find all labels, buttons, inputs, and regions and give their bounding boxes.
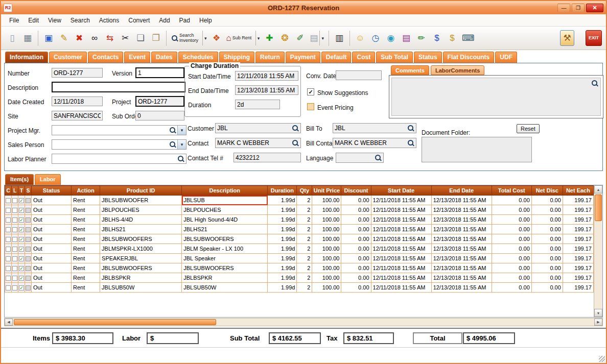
cell-total-cost[interactable]: 0.00 (492, 244, 531, 254)
table-row[interactable]: ✓OutRentJBLBSPKRJBLBSPKR1.99d2100.000.00… (5, 273, 594, 283)
cell-c[interactable] (5, 244, 12, 254)
cell-c[interactable] (5, 254, 12, 263)
search-icon[interactable] (407, 139, 414, 147)
cell-qty[interactable]: 2 (297, 205, 312, 215)
cell-unit-price[interactable]: 100.00 (312, 234, 341, 244)
column-header-status[interactable]: Status (32, 186, 72, 196)
checkbox[interactable] (12, 227, 17, 232)
checkbox[interactable] (26, 247, 31, 252)
table-row[interactable]: ✓OutRentJBLPOUCHESJBLPOUCHES1.99d2100.00… (5, 205, 594, 215)
column-header-c[interactable]: C (5, 186, 12, 196)
comments-box[interactable] (389, 75, 603, 118)
cell-unit-price[interactable]: 100.00 (312, 254, 341, 263)
paste-button[interactable]: ❐ (149, 30, 163, 46)
tab-labor[interactable]: Labor (35, 174, 61, 185)
edit-button[interactable]: ✎ (57, 30, 71, 46)
cell-net-disc[interactable]: 0.00 (531, 234, 563, 244)
bill-to-field[interactable]: JBL (333, 123, 416, 133)
cell-t[interactable]: ✓ (18, 234, 25, 244)
labor-planner-field[interactable] (52, 154, 186, 164)
document-folder-box[interactable] (422, 137, 532, 162)
search-inventory-button[interactable]: Search Inventory▾ (170, 30, 208, 46)
cell-net-disc[interactable]: 0.00 (531, 273, 563, 283)
tab-item-s-[interactable]: Item(s) (5, 174, 34, 185)
cardfile-button[interactable]: ▤▾ (308, 30, 325, 46)
search-icon[interactable] (292, 125, 299, 132)
checkbox[interactable] (6, 266, 11, 271)
cell-unit-price[interactable]: 100.00 (312, 205, 341, 215)
cell-action[interactable]: Rent (72, 244, 100, 254)
checked-checkbox[interactable]: ✓ (19, 227, 24, 232)
cell-l[interactable] (12, 263, 18, 273)
checked-checkbox[interactable]: ✓ (19, 217, 24, 223)
search-icon[interactable] (169, 141, 176, 148)
column-header-net-disc[interactable]: Net Disc (531, 186, 563, 196)
menu-edit[interactable]: Edit (24, 15, 43, 26)
cell-c[interactable] (5, 225, 12, 234)
checkbox[interactable] (26, 266, 31, 271)
tab-return[interactable]: Return (255, 52, 285, 63)
cell-net-each[interactable]: 199.17 (563, 244, 593, 254)
cell-net-disc[interactable]: 0.00 (531, 225, 563, 234)
checked-checkbox[interactable]: ✓ (19, 208, 24, 213)
checkbox[interactable] (12, 237, 17, 242)
tab-shipping[interactable]: Shipping (219, 52, 254, 63)
transfer-button[interactable]: ⇆ (103, 30, 117, 46)
tab-dates[interactable]: Dates (151, 52, 177, 63)
tab-schedules[interactable]: Schedules (178, 52, 218, 63)
cell-discount[interactable]: 0.00 (341, 205, 371, 215)
search-icon[interactable] (169, 127, 176, 134)
edit-note-button[interactable]: ✐ (293, 30, 307, 46)
cell-net-each[interactable]: 199.17 (563, 263, 593, 273)
cell-description[interactable]: JBLSUBWOOFERS (182, 234, 268, 244)
menu-search[interactable]: Search (66, 15, 94, 26)
cell-t[interactable]: ✓ (18, 215, 25, 225)
cell-description[interactable]: JBL Speaker (182, 254, 268, 263)
cell-description[interactable]: JBLSUBWOOFERS (182, 263, 268, 273)
smiley-button[interactable]: ☺ (353, 30, 367, 46)
cell-status[interactable]: Out (32, 205, 72, 215)
cell-qty[interactable]: 2 (297, 196, 312, 205)
checkbox[interactable] (6, 237, 11, 242)
cell-status[interactable]: Out (32, 234, 72, 244)
cell-product-id[interactable]: JBLHS-4/4D (100, 215, 182, 225)
cell-status[interactable]: Out (32, 244, 72, 254)
scrollbar-thumb[interactable] (595, 195, 602, 221)
cell-end-date[interactable]: 12/13/2018 11:55 AM (431, 225, 492, 234)
title-bar[interactable]: R2 ORD-1277 Reservation — ❐ ✕ (1, 1, 606, 14)
checked-checkbox[interactable]: ✓ (19, 237, 24, 242)
cell-discount[interactable]: 0.00 (341, 225, 371, 234)
contact-tel-field[interactable]: 4232212 (234, 153, 301, 162)
column-header-duration[interactable]: Duration (268, 186, 297, 196)
tab-default[interactable]: Default (321, 52, 352, 63)
column-header-qty[interactable]: Qty (297, 186, 312, 196)
event-pricing-checkbox[interactable] (307, 103, 314, 110)
tab-cost[interactable]: Cost (352, 52, 375, 63)
cell-end-date[interactable]: 12/13/2018 11:55 AM (431, 283, 492, 293)
cell-status[interactable]: Out (32, 254, 72, 263)
cell-start-date[interactable]: 12/11/2018 11:55 AM (371, 225, 431, 234)
cell-total-cost[interactable]: 0.00 (492, 196, 531, 205)
shapes-button[interactable]: ❖ (209, 30, 224, 46)
chevron-down-icon[interactable]: ▾ (177, 140, 186, 149)
checkbox[interactable] (6, 285, 11, 290)
search-icon[interactable] (375, 154, 382, 161)
checkbox[interactable] (6, 227, 11, 232)
cell-c[interactable] (5, 273, 12, 283)
horizontal-scroll-track[interactable] (13, 319, 594, 326)
cell-l[interactable] (12, 225, 18, 234)
cell-qty[interactable]: 2 (297, 225, 312, 234)
column-header-unit-price[interactable]: Unit Price (312, 186, 341, 196)
cell-net-disc[interactable]: 0.00 (531, 196, 563, 205)
cell-l[interactable] (12, 196, 18, 205)
cell-end-date[interactable]: 12/13/2018 11:55 AM (431, 205, 492, 215)
cell-s[interactable] (25, 273, 32, 283)
checkbox[interactable] (26, 285, 31, 290)
tab-information[interactable]: Information (5, 52, 48, 63)
checkbox[interactable] (12, 217, 17, 223)
cell-net-each[interactable]: 199.17 (563, 225, 593, 234)
cell-end-date[interactable]: 12/13/2018 11:55 AM (431, 196, 492, 205)
cell-net-each[interactable]: 199.17 (563, 254, 593, 263)
scroll-up-button[interactable]: ▲ (594, 185, 602, 193)
cell-total-cost[interactable]: 0.00 (492, 254, 531, 263)
